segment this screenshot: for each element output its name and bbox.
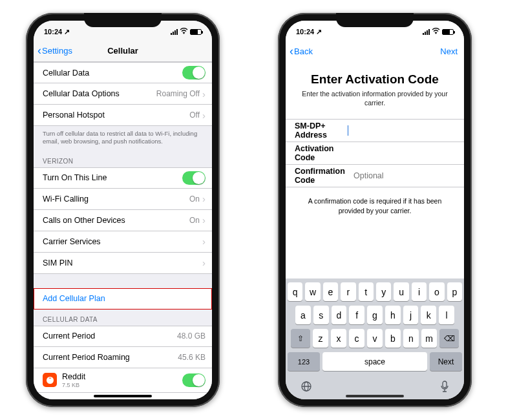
key-c[interactable]: c (349, 329, 364, 348)
carrier-header: VERIZON (34, 151, 212, 167)
battery-icon (442, 29, 454, 35)
status-time: 10:24 (296, 28, 314, 36)
personal-hotspot-row[interactable]: Personal Hotspot Off› (34, 105, 212, 126)
status-time: 10:24 (44, 28, 62, 36)
key-b[interactable]: b (385, 329, 401, 348)
key-v[interactable]: v (367, 329, 383, 348)
shift-key[interactable]: ⇧ (291, 329, 310, 348)
turn-on-line-label: Turn On This Line (43, 173, 107, 182)
home-indicator[interactable] (346, 395, 404, 397)
cellular-data-options-row[interactable]: Cellular Data Options Roaming Off› (34, 83, 212, 105)
wifi-calling-value: On (189, 194, 200, 204)
carrier-services-row[interactable]: Carrier Services › (34, 231, 212, 253)
confirmation-code-label: Confirmation Code (295, 167, 348, 185)
key-x[interactable]: x (331, 329, 346, 348)
smdp-address-label: SM-DP+ Address (295, 121, 343, 140)
wifi-calling-label: Wi-Fi Calling (43, 194, 89, 204)
key-e[interactable]: e (323, 282, 338, 301)
cellular-data-options-label: Cellular Data Options (43, 89, 120, 98)
confirmation-note: A confirmation code is required if it ha… (286, 187, 464, 224)
chevron-right-icon: › (202, 257, 206, 268)
key-m[interactable]: m (421, 329, 437, 348)
mic-icon[interactable] (440, 381, 449, 394)
keyboard-next-key[interactable]: Next (430, 352, 462, 371)
space-key[interactable]: space (322, 352, 427, 371)
turn-on-line-toggle[interactable] (182, 171, 206, 185)
globe-icon[interactable] (301, 381, 312, 394)
key-k[interactable]: k (421, 306, 436, 324)
page-title: Enter Activation Code (299, 72, 451, 87)
wifi-calling-row[interactable]: Wi-Fi Calling On› (34, 189, 212, 210)
smdp-address-row[interactable]: SM-DP+ Address (286, 120, 464, 142)
key-a[interactable]: a (295, 306, 311, 324)
key-i[interactable]: i (412, 282, 427, 301)
key-u[interactable]: u (394, 282, 408, 301)
nav-title: Cellular (107, 46, 138, 56)
key-y[interactable]: y (376, 282, 391, 301)
backspace-key[interactable]: ⌫ (439, 329, 459, 348)
activation-code-input[interactable] (353, 149, 455, 158)
reddit-toggle[interactable] (182, 373, 206, 387)
calls-other-devices-value: On (189, 216, 200, 225)
personal-hotspot-value: Off (189, 110, 200, 120)
confirmation-code-input[interactable] (353, 171, 455, 180)
cellular-data-label: Cellular Data (43, 68, 89, 78)
add-cellular-plan-row[interactable]: Add Cellular Plan (34, 288, 212, 310)
location-icon: ↗ (64, 28, 70, 36)
key-h[interactable]: h (385, 306, 401, 324)
reddit-app-icon (43, 373, 57, 387)
key-d[interactable]: d (332, 306, 347, 324)
key-p[interactable]: p (447, 282, 462, 301)
key-l[interactable]: l (439, 306, 454, 324)
carrier-services-label: Carrier Services (43, 237, 101, 246)
system-services-value: 6.7 GB (176, 399, 200, 399)
activation-code-label: Activation Code (295, 144, 348, 162)
notch (84, 13, 162, 27)
home-indicator[interactable] (94, 395, 152, 397)
chevron-left-icon: ‹ (37, 44, 41, 58)
confirmation-code-row[interactable]: Confirmation Code (286, 165, 464, 187)
nav-bar: ‹ Settings Cellular (34, 40, 212, 62)
key-r[interactable]: r (341, 282, 355, 301)
current-period-roaming-value: 45.6 KB (178, 353, 206, 362)
key-f[interactable]: f (349, 306, 364, 324)
key-z[interactable]: z (313, 329, 328, 348)
reddit-label: Reddit (62, 372, 85, 381)
svg-rect-5 (443, 381, 447, 388)
svg-point-1 (436, 33, 437, 34)
chevron-right-icon: › (202, 193, 206, 204)
location-icon: ↗ (316, 28, 322, 36)
key-s[interactable]: s (313, 306, 329, 324)
back-button[interactable]: ‹ Settings (37, 44, 72, 58)
key-w[interactable]: w (305, 282, 320, 301)
numbers-key[interactable]: 123 (288, 352, 320, 371)
key-o[interactable]: o (429, 282, 444, 301)
activation-code-row[interactable]: Activation Code (286, 142, 464, 165)
reddit-usage: 7.5 KB (62, 382, 85, 388)
chevron-right-icon: › (202, 215, 206, 226)
back-button[interactable]: ‹ Back (290, 45, 313, 58)
back-label: Settings (42, 46, 72, 56)
key-n[interactable]: n (403, 329, 419, 348)
smdp-address-input[interactable] (353, 126, 455, 135)
key-t[interactable]: t (359, 282, 374, 301)
notch (336, 13, 414, 27)
cellular-data-footer: Turn off cellular data to restrict all d… (34, 126, 212, 151)
key-q[interactable]: q (288, 282, 302, 301)
phone-right: 10:24 ↗ ‹ Back Next (278, 13, 472, 407)
chevron-right-icon: › (202, 397, 206, 399)
sim-pin-row[interactable]: SIM PIN › (34, 253, 212, 274)
cellular-data-toggle[interactable] (182, 66, 206, 79)
add-cellular-plan-label: Add Cellular Plan (43, 294, 105, 303)
keyboard: qwertyuiop asdfghjkl ⇧zxcvbnm⌫ 123 space… (286, 278, 464, 399)
settings-scroll[interactable]: Cellular Data Cellular Data Options Roam… (34, 62, 212, 399)
wifi-icon (432, 28, 440, 36)
battery-icon (190, 29, 202, 35)
key-j[interactable]: j (403, 306, 419, 324)
current-period-value: 48.0 GB (177, 331, 206, 341)
key-g[interactable]: g (367, 306, 383, 324)
nav-bar: ‹ Back Next (286, 40, 464, 62)
calls-other-devices-row[interactable]: Calls on Other Devices On› (34, 210, 212, 231)
next-button[interactable]: Next (440, 47, 458, 56)
back-label: Back (294, 47, 313, 56)
